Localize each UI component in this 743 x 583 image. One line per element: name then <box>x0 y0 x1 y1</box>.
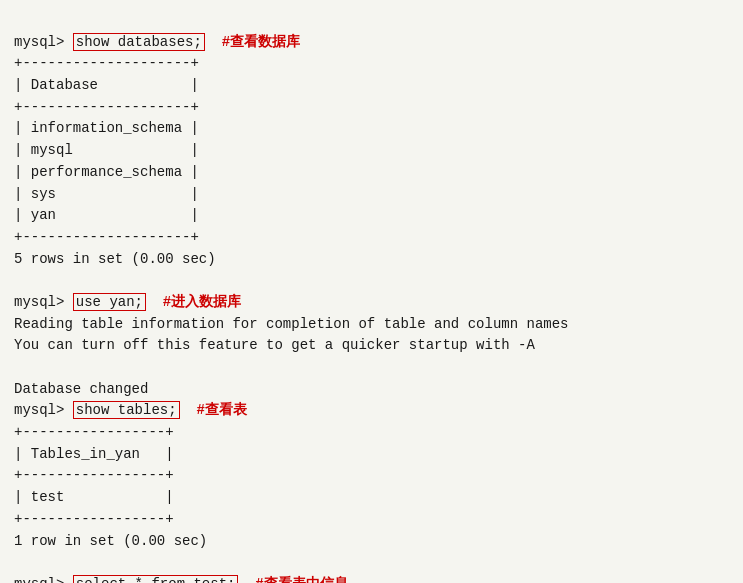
terminal-line: You can turn off this feature to get a q… <box>14 335 729 357</box>
prompt: mysql> <box>14 402 73 418</box>
terminal-line: mysql> show tables; #查看表 <box>14 400 729 422</box>
command-box: select * from test; <box>73 575 239 583</box>
terminal-line: | mysql | <box>14 140 729 162</box>
prompt: mysql> <box>14 576 73 583</box>
terminal-line: Reading table information for completion… <box>14 314 729 336</box>
comment-text: #进入数据库 <box>146 294 241 310</box>
terminal-line: +-----------------+ <box>14 509 729 531</box>
terminal-line: | test | <box>14 487 729 509</box>
terminal-line: | information_schema | <box>14 118 729 140</box>
terminal-line: | sys | <box>14 184 729 206</box>
command-box: show tables; <box>73 401 180 419</box>
terminal-line: mysql> show databases; #查看数据库 <box>14 32 729 54</box>
command-box: use yan; <box>73 293 146 311</box>
terminal-line: | yan | <box>14 205 729 227</box>
comment-text: #查看表中信息 <box>238 576 347 583</box>
terminal-line: Database changed <box>14 379 729 401</box>
terminal-line: +-----------------+ <box>14 422 729 444</box>
terminal-line: 5 rows in set (0.00 sec) <box>14 249 729 271</box>
terminal-line <box>14 552 729 574</box>
terminal-line: +--------------------+ <box>14 53 729 75</box>
prompt: mysql> <box>14 294 73 310</box>
terminal-line: | performance_schema | <box>14 162 729 184</box>
terminal-line: +--------------------+ <box>14 227 729 249</box>
terminal-line: mysql> select * from test; #查看表中信息 <box>14 574 729 583</box>
command-box: show databases; <box>73 33 205 51</box>
terminal-line: +--------------------+ <box>14 97 729 119</box>
prompt: mysql> <box>14 34 73 50</box>
terminal-line: 1 row in set (0.00 sec) <box>14 531 729 553</box>
terminal-line <box>14 270 729 292</box>
terminal-line: | Tables_in_yan | <box>14 444 729 466</box>
terminal-line: +-----------------+ <box>14 465 729 487</box>
terminal-line: | Database | <box>14 75 729 97</box>
terminal-line: mysql> use yan; #进入数据库 <box>14 292 729 314</box>
terminal-output: mysql> show databases; #查看数据库+----------… <box>14 10 729 583</box>
comment-text: #查看数据库 <box>205 34 300 50</box>
terminal-line <box>14 357 729 379</box>
comment-text: #查看表 <box>180 402 247 418</box>
